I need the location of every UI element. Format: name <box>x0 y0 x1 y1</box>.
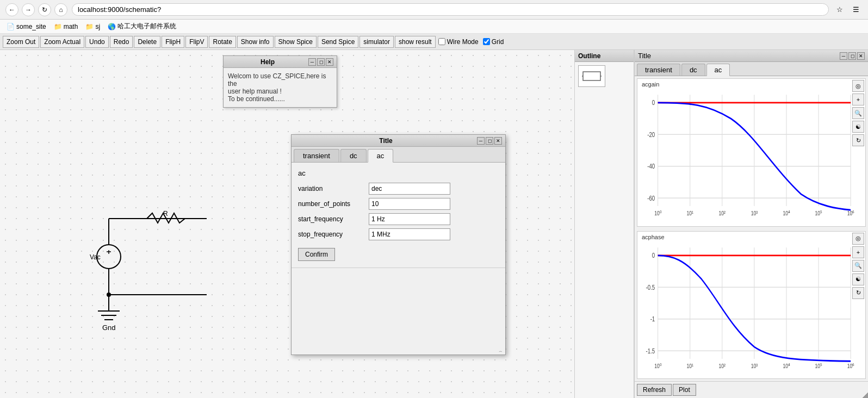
grid-label: Grid <box>492 38 504 46</box>
show-info-button[interactable]: Show info <box>237 36 274 48</box>
tab-transient[interactable]: transient <box>294 149 339 162</box>
dialog-textarea-area: ⌢ <box>292 268 505 355</box>
search-button[interactable]: 🔍 <box>852 107 864 119</box>
help-minimize-button[interactable]: ─ <box>308 58 316 66</box>
zoom-in-button2[interactable]: + <box>852 246 864 258</box>
title-minimize-button[interactable]: ─ <box>477 137 485 145</box>
page-icon: 📄 <box>7 23 15 30</box>
grid-checkbox[interactable] <box>483 38 490 45</box>
zoom-actual-button[interactable]: Zoom Actual <box>40 36 84 48</box>
forward-button[interactable]: → <box>22 3 35 16</box>
form-row-variation: variation <box>298 183 499 195</box>
title-restore-button[interactable]: ◻ <box>486 137 493 145</box>
back-button[interactable]: ← <box>5 3 18 16</box>
tab-ac[interactable]: ac <box>368 149 394 163</box>
outline-panel: Outline <box>574 50 634 398</box>
flipv-button[interactable]: FlipV <box>185 36 208 48</box>
svg-text:10²: 10² <box>719 363 726 370</box>
acgain-svg: 0 -20 -40 -60 10⁰ 10¹ 10² 10³ 10⁴ 10⁵ 10… <box>637 79 865 226</box>
bookmark-label: math <box>64 23 78 30</box>
svg-text:-20: -20 <box>647 130 655 138</box>
settings-button2[interactable]: ☯ <box>852 273 864 285</box>
refresh-button[interactable]: Refresh <box>637 384 672 396</box>
start-frequency-input[interactable] <box>369 213 450 225</box>
outline-icon-area <box>575 62 634 90</box>
fliph-button[interactable]: FlipH <box>162 36 184 48</box>
help-line2: user help manual ! <box>228 88 332 95</box>
settings-button[interactable]: ☯ <box>852 121 864 133</box>
refresh-button[interactable]: ↻ <box>38 3 51 16</box>
svg-text:10¹: 10¹ <box>686 210 693 217</box>
help-restore-button[interactable]: ◻ <box>317 58 325 66</box>
bookmark-label: sj <box>95 23 100 30</box>
delete-button[interactable]: Delete <box>134 36 160 48</box>
bookmark-mail[interactable]: 🌎 哈工大电子邮件系统 <box>106 21 178 32</box>
tab-dc[interactable]: dc <box>340 149 367 162</box>
bookmark-math[interactable]: 📁 math <box>52 22 80 32</box>
redo-button[interactable]: Redo <box>110 36 133 48</box>
show-spice-button[interactable]: Show Spice <box>275 36 317 48</box>
title-close-button[interactable]: ✕ <box>494 137 502 145</box>
plot-tab-ac[interactable]: ac <box>706 64 730 76</box>
plot-restore-button[interactable]: ◻ <box>848 52 856 60</box>
search-button2[interactable]: 🔍 <box>852 260 864 272</box>
folder-icon: 📁 <box>85 23 94 30</box>
title-dialog-titlebar[interactable]: Title ─ ◻ ✕ <box>292 135 505 147</box>
outline-header: Outline <box>575 50 634 62</box>
svg-text:10⁴: 10⁴ <box>783 363 790 370</box>
bookmark-star-icon[interactable]: ☆ <box>833 3 846 16</box>
panel-resize-handle[interactable] <box>863 393 868 398</box>
help-titlebar[interactable]: Help ─ ◻ ✕ <box>224 56 337 68</box>
undo-button[interactable]: Undo <box>85 36 109 48</box>
bookmark-some-site[interactable]: 📄 some_site <box>4 22 48 32</box>
svg-rect-22 <box>583 72 600 80</box>
plot-tab-transient[interactable]: transient <box>637 64 680 76</box>
help-close-button[interactable]: ✕ <box>326 58 333 66</box>
dialog-tab-bar: transient dc ac <box>292 147 505 163</box>
form-row-start-frequency: start_frequency <box>298 213 499 225</box>
plot-tab-dc[interactable]: dc <box>681 64 705 76</box>
plot-button[interactable]: Plot <box>673 384 696 396</box>
bookmark-sj[interactable]: 📁 sj <box>83 22 102 32</box>
plot-titlebar[interactable]: Title ─ ◻ ✕ <box>635 50 868 62</box>
stop-frequency-input[interactable] <box>369 228 450 240</box>
acphase-title: acphase <box>642 234 665 240</box>
zoom-out-button[interactable]: Zoom Out <box>3 36 39 48</box>
refresh-plot-button[interactable]: ↻ <box>852 134 864 146</box>
svg-text:0: 0 <box>652 251 655 259</box>
refresh-plot-button2[interactable]: ↻ <box>852 287 864 299</box>
plot-minimize-button[interactable]: ─ <box>840 52 847 60</box>
simulator-button[interactable]: simulator <box>359 36 394 48</box>
resize-handle[interactable]: ⌢ <box>499 348 505 355</box>
svg-text:10³: 10³ <box>751 363 758 370</box>
schematic-area[interactable]: Gnd Vac R C <box>0 50 574 398</box>
zoom-in-button[interactable]: + <box>852 94 864 105</box>
wire-mode-label: Wire Mode <box>447 38 479 46</box>
color-wheel-button[interactable]: ◎ <box>852 80 864 92</box>
confirm-button[interactable]: Confirm <box>298 248 335 261</box>
plot-close-button[interactable]: ✕ <box>857 52 865 60</box>
grid-checkbox-container: Grid <box>483 38 504 46</box>
rotate-button[interactable]: Rotate <box>209 36 235 48</box>
variation-input[interactable] <box>369 183 450 195</box>
svg-text:10⁵: 10⁵ <box>815 363 822 370</box>
outline-component-icon[interactable] <box>578 65 605 87</box>
help-window: Help ─ ◻ ✕ Welcom to use CZ_SPICE,here i… <box>223 55 337 108</box>
home-button[interactable]: ⌂ <box>54 3 67 16</box>
svg-text:10⁵: 10⁵ <box>815 210 822 217</box>
browser-menu-icon[interactable]: ☰ <box>850 3 863 16</box>
wire-mode-checkbox[interactable] <box>438 38 445 45</box>
show-result-button[interactable]: show result <box>395 36 436 48</box>
url-bar[interactable]: localhost:9000/schematic? <box>72 3 829 16</box>
bookmark-label: 哈工大电子邮件系统 <box>117 22 176 31</box>
number-of-points-input[interactable] <box>369 198 450 210</box>
send-spice-button[interactable]: Send Spice <box>318 36 358 48</box>
acphase-tools: ◎ + 🔍 ☯ ↻ <box>852 233 864 299</box>
plot-panel-title: Title <box>638 52 651 60</box>
circuit-diagram: Gnd Vac R C <box>54 83 207 344</box>
svg-text:-40: -40 <box>647 163 655 170</box>
color-wheel-button2[interactable]: ◎ <box>852 233 864 245</box>
help-line1: Welcom to use CZ_SPICE,here is the <box>228 72 332 88</box>
plot-window-controls: ─ ◻ ✕ <box>840 52 865 60</box>
page-icon: 🌎 <box>108 23 116 30</box>
